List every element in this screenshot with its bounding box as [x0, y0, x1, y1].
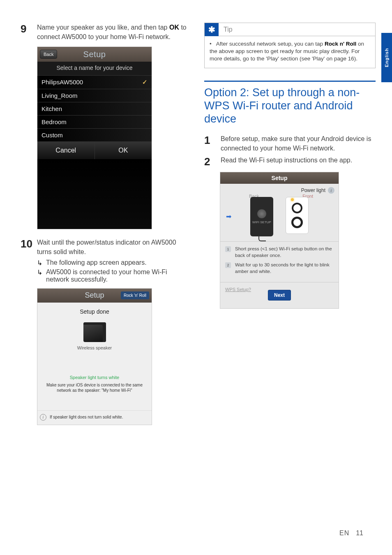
back-button[interactable]: Back — [40, 50, 57, 59]
list-item[interactable]: Bedroom — [37, 115, 152, 128]
pointer-arrow-icon: ➡ — [226, 213, 231, 220]
sub-bullet: ↳ The following app screen appears. — [37, 259, 190, 267]
status-text: Setup done — [42, 308, 148, 315]
tip-label: Tip — [224, 26, 233, 33]
tip-box: ✱ Tip After successful network setup, yo… — [204, 23, 376, 68]
step-text: Before setup, make sure that your Androi… — [221, 134, 376, 153]
step-1: 1 Before setup, make sure that your Andr… — [204, 134, 376, 153]
rock-n-roll-button[interactable]: Rock 'n' Roll — [121, 291, 149, 299]
list-item[interactable]: Kitchen — [37, 102, 152, 115]
amber-light-icon — [291, 198, 294, 201]
info-icon[interactable]: i — [328, 187, 334, 194]
page-footer: EN11 — [339, 530, 363, 537]
light-status: Speaker light turns white — [42, 375, 148, 380]
ok-button[interactable]: OK — [95, 142, 152, 159]
wps-setup-link[interactable]: WPS Setup? — [225, 287, 251, 292]
tip-text: After successful network setup, you can … — [210, 40, 370, 63]
step-2: 2 Read the Wi-Fi setup instructions on t… — [204, 155, 376, 167]
wifi-label: WIFI SETUP — [252, 221, 271, 224]
device-back-diagram: WIFI SETUP — [250, 197, 273, 236]
speaker-ring-icon — [292, 203, 302, 213]
network-note: Make sure your iOS device is connected t… — [42, 382, 148, 393]
step-text: Name your speaker as you like, and then … — [37, 23, 190, 42]
sub-bullet: ↳ AW5000 is connected to your home Wi-Fi… — [37, 268, 190, 283]
power-light-label: Power light i — [220, 184, 339, 194]
device-label: Wireless speaker — [42, 345, 148, 350]
screenshot-setup-done: Setup Rock 'n' Roll Setup done Wireless … — [37, 288, 152, 425]
step-number: 9 — [21, 23, 37, 34]
list-item[interactable]: PhilipsAW5000✓ — [37, 75, 152, 89]
next-button[interactable]: Next — [268, 290, 291, 301]
list-item[interactable]: Living_Room — [37, 89, 152, 102]
cancel-button[interactable]: Cancel — [37, 142, 95, 159]
step-10: 10 Wait until the power/status indicator… — [21, 238, 190, 257]
screenshot-android-setup: Setup Power light i Back Front ➡ WIFI SE… — [220, 172, 339, 309]
screen-title: Setup — [272, 175, 288, 181]
step-number: 1 — [204, 134, 221, 146]
device-front-diagram — [286, 197, 309, 234]
speaker-ring-icon — [291, 217, 303, 228]
subheading: Select a name for your device — [37, 62, 152, 75]
screenshot-name-selector: Back Setup Select a name for your device… — [37, 46, 152, 229]
wifi-setup-button-icon — [257, 209, 266, 218]
arrow-icon: ↳ — [37, 268, 46, 276]
info-text: If speaker light does not turn solid whi… — [50, 415, 123, 419]
instruction-item: 2 Wait for up to 30 seconds for the ligh… — [225, 262, 334, 275]
step-9: 9 Name your speaker as you like, and the… — [21, 23, 190, 42]
tip-icon: ✱ — [205, 23, 219, 36]
step-number: 10 — [21, 238, 37, 249]
step-number: 2 — [204, 155, 221, 167]
instruction-item: 1 Short press (<1 sec) Wi-Fi setup butto… — [225, 246, 334, 259]
step-text: Read the Wi-Fi setup instructions on the… — [221, 155, 352, 165]
step-text: Wait until the power/status indicator on… — [37, 238, 190, 257]
language-tab: English — [381, 33, 392, 82]
arrow-icon: ↳ — [37, 259, 46, 267]
screen-title: Setup — [83, 50, 106, 59]
info-icon: i — [40, 414, 46, 421]
section-heading: Option 2: Set up through a non-WPS Wi-Fi… — [204, 86, 376, 126]
checkmark-icon: ✓ — [142, 79, 148, 86]
screen-title: Setup — [85, 291, 104, 300]
list-item[interactable]: Custom — [37, 128, 152, 141]
section-divider — [204, 81, 376, 82]
speaker-image — [83, 322, 106, 342]
